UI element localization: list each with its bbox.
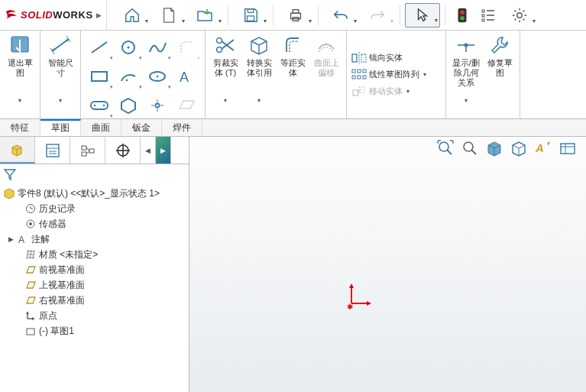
chevron-right-icon: ▶ bbox=[96, 11, 102, 19]
tree-sketch1[interactable]: (-) 草图1 bbox=[0, 323, 189, 339]
convert-entities-button[interactable]: 转换实 体引用 ▾ bbox=[242, 32, 276, 105]
config-icon bbox=[80, 143, 96, 158]
property-icon bbox=[45, 143, 60, 158]
new-file-icon bbox=[161, 7, 176, 24]
svg-point-31 bbox=[156, 104, 160, 108]
plane-tool[interactable] bbox=[173, 92, 200, 119]
move-entities-button[interactable]: 移动实体▾ bbox=[350, 83, 442, 100]
app-menu[interactable]: SOLIDWORKS ▶ bbox=[0, 0, 107, 30]
svg-point-37 bbox=[217, 47, 222, 53]
graphics-canvas[interactable]: ✱ bbox=[189, 137, 586, 392]
svg-rect-55 bbox=[47, 144, 59, 157]
redo-button[interactable]: ▾ bbox=[360, 3, 395, 28]
settings-button[interactable]: ▾ bbox=[502, 3, 537, 28]
expand-icon[interactable]: ▶ bbox=[8, 235, 15, 243]
ribbon-group-sketch-tools: ▾ ▾ ▾ ▾ ▾ ▾ ▾ A ▾ bbox=[81, 31, 206, 118]
new-button[interactable]: ▾ bbox=[151, 3, 186, 28]
show-delete-relations-button[interactable]: 显示/删 除几何 关系 ▾ bbox=[449, 32, 483, 105]
plane-icon bbox=[25, 264, 36, 275]
view-hud-toolbar: A bbox=[435, 138, 578, 159]
svg-line-84 bbox=[447, 150, 452, 154]
exit-sketch-button[interactable]: 退出草 图 ▾ bbox=[3, 32, 37, 105]
text-tool[interactable]: A bbox=[173, 63, 200, 90]
repair-sketch-button[interactable]: 修复草 图 bbox=[483, 32, 516, 105]
tree-history[interactable]: 历史记录 bbox=[0, 201, 189, 216]
panel-tab-prev[interactable]: ◀ bbox=[141, 137, 156, 164]
home-button[interactable]: ▾ bbox=[115, 3, 150, 28]
line-tool[interactable]: ▾ bbox=[86, 34, 113, 61]
scissors-icon bbox=[215, 35, 236, 55]
tab-surface[interactable]: 曲面 bbox=[81, 119, 121, 136]
tab-sheetmetal[interactable]: 钣金 bbox=[121, 119, 162, 136]
svg-rect-2 bbox=[290, 13, 300, 18]
funnel-icon[interactable] bbox=[3, 167, 17, 181]
ribbon-group-relations: 显示/删 除几何 关系 ▾ 修复草 图 bbox=[446, 31, 520, 118]
save-button[interactable]: ▾ bbox=[233, 3, 268, 28]
circle-tool[interactable]: ▾ bbox=[115, 34, 142, 61]
material-icon bbox=[25, 249, 36, 260]
tab-weldment[interactable]: 焊件 bbox=[162, 119, 202, 136]
tree-material[interactable]: 材质 <未指定> bbox=[0, 247, 189, 262]
rebuild-button[interactable] bbox=[450, 3, 474, 28]
panel-tab-feature-tree[interactable] bbox=[0, 137, 35, 164]
select-button[interactable]: ▾ bbox=[405, 3, 440, 28]
svg-line-62 bbox=[86, 147, 89, 151]
sketch-icon bbox=[25, 326, 36, 336]
tree-origin[interactable]: 原点 bbox=[0, 308, 189, 323]
view-orientation-button[interactable] bbox=[508, 138, 529, 159]
ellipse-icon bbox=[147, 70, 167, 83]
rectangle-tool[interactable]: ▾ bbox=[86, 63, 113, 90]
mirror-entities-button[interactable]: 镜向实体 bbox=[350, 50, 442, 66]
display-style-icon: A bbox=[534, 139, 552, 157]
svg-rect-60 bbox=[82, 152, 86, 156]
tree-filter-row bbox=[0, 164, 189, 184]
panel-tab-configuration[interactable] bbox=[70, 137, 105, 164]
undo-icon bbox=[332, 8, 349, 23]
origin-triad: ✱ bbox=[342, 282, 373, 315]
surface-offset-icon bbox=[316, 35, 337, 55]
display-style-button[interactable]: A bbox=[533, 138, 554, 159]
tree-plane-top[interactable]: 上视基准面 bbox=[0, 277, 189, 293]
offset-entities-button[interactable]: 等距实 体 bbox=[276, 32, 309, 105]
arc-tool[interactable]: ▾ bbox=[115, 63, 142, 90]
panel-tab-property-manager[interactable] bbox=[35, 137, 70, 164]
svg-point-25 bbox=[157, 76, 159, 78]
point-tool[interactable] bbox=[144, 92, 171, 119]
print-button[interactable]: ▾ bbox=[278, 3, 313, 28]
polygon-tool[interactable] bbox=[115, 92, 142, 119]
history-icon bbox=[25, 203, 36, 214]
section-view-button[interactable] bbox=[484, 138, 505, 159]
tree-sensors[interactable]: 传感器 bbox=[0, 216, 189, 232]
surface-offset-button[interactable]: 曲面上 偏移 bbox=[309, 32, 343, 105]
ellipse-tool[interactable]: ▾ bbox=[144, 63, 171, 90]
panel-tab-next[interactable]: ▶ bbox=[156, 137, 171, 164]
trim-entities-button[interactable]: 剪裁实 体 (T) ▾ bbox=[209, 32, 242, 105]
tree-root[interactable]: 零件8 (默认) <<默认>_显示状态 1> bbox=[0, 186, 189, 201]
svg-rect-43 bbox=[352, 70, 355, 73]
dimension-icon bbox=[49, 34, 72, 56]
svg-rect-88 bbox=[561, 144, 575, 154]
undo-button[interactable]: ▾ bbox=[323, 3, 358, 28]
print-icon bbox=[287, 7, 304, 24]
save-icon bbox=[242, 7, 259, 24]
solidworks-logo-icon bbox=[5, 8, 18, 22]
linear-pattern-button[interactable]: 线性草图阵列▾ bbox=[350, 66, 442, 83]
zoom-fit-button[interactable] bbox=[435, 138, 456, 159]
spline-tool[interactable]: ▾ bbox=[144, 34, 171, 61]
svg-rect-47 bbox=[358, 76, 361, 79]
zoom-area-button[interactable] bbox=[459, 138, 481, 159]
tree-plane-right[interactable]: 右视基准面 bbox=[0, 293, 189, 308]
rectangle-icon bbox=[89, 70, 109, 83]
tree-annotations[interactable]: ▶A 注解 bbox=[0, 232, 189, 247]
tree-plane-front[interactable]: 前视基准面 bbox=[0, 262, 189, 277]
smart-dimension-button[interactable]: 智能尺 寸 ▾ bbox=[44, 32, 77, 105]
svg-point-29 bbox=[103, 105, 105, 106]
slot-tool[interactable]: ▾ bbox=[86, 92, 113, 119]
panel-tab-dimxpert[interactable] bbox=[105, 137, 141, 164]
tab-features[interactable]: 特征 bbox=[0, 119, 40, 136]
hide-show-button[interactable] bbox=[557, 138, 578, 159]
options-list-button[interactable] bbox=[476, 3, 500, 28]
tab-sketch[interactable]: 草图 bbox=[40, 119, 81, 136]
open-button[interactable]: ▾ bbox=[188, 3, 223, 28]
fillet-tool[interactable]: ▾ bbox=[173, 34, 200, 61]
